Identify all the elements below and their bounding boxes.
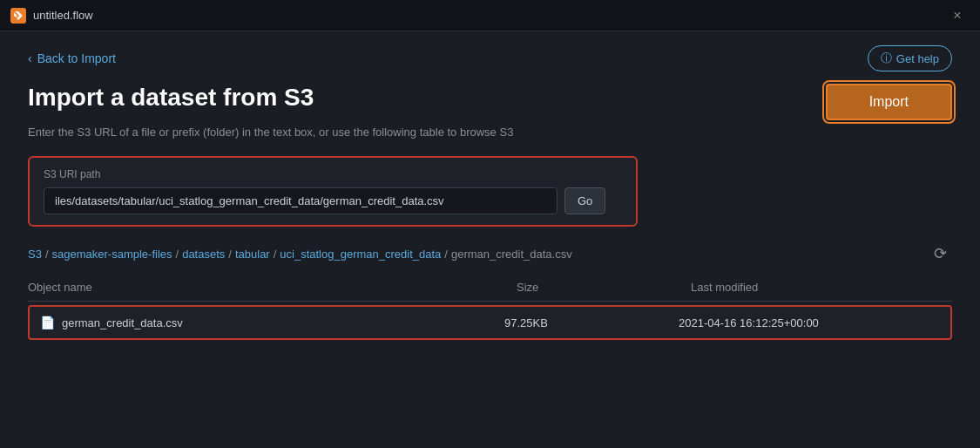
table-header: Object name Size Last modified bbox=[28, 274, 952, 302]
chevron-left-icon: ‹ bbox=[28, 51, 32, 65]
col-header-size: Size bbox=[517, 281, 691, 294]
breadcrumb-item-file: german_credit_data.csv bbox=[451, 248, 572, 261]
help-icon: ⓘ bbox=[881, 51, 892, 66]
breadcrumb-item-sagemaker[interactable]: sagemaker-sample-files bbox=[52, 248, 172, 261]
go-button[interactable]: Go bbox=[564, 187, 605, 214]
s3-uri-input[interactable] bbox=[44, 187, 558, 214]
heading-row: Import a dataset from S3 Import bbox=[28, 84, 952, 120]
breadcrumb-item-datasets[interactable]: datasets bbox=[182, 248, 225, 261]
import-button[interactable]: Import bbox=[826, 84, 952, 120]
file-table: Object name Size Last modified 📄 german_… bbox=[28, 274, 952, 340]
breadcrumb-item-tabular[interactable]: tabular bbox=[235, 248, 270, 261]
s3-uri-section: S3 URI path Go bbox=[28, 156, 638, 227]
uri-input-row: Go bbox=[44, 187, 622, 214]
window-title: untitled.flow bbox=[33, 9, 93, 22]
get-help-label: Get help bbox=[896, 52, 939, 65]
breadcrumb-item-s3[interactable]: S3 bbox=[28, 248, 42, 261]
col-header-name: Object name bbox=[28, 281, 517, 294]
page-subtitle: Enter the S3 URL of a file or prefix (fo… bbox=[28, 126, 952, 139]
breadcrumb-item-uci[interactable]: uci_statlog_german_credit_data bbox=[280, 248, 441, 261]
top-row: ‹ Back to Import ⓘ Get help bbox=[28, 45, 952, 71]
titlebar: untitled.flow × bbox=[0, 0, 980, 31]
main-content: ‹ Back to Import ⓘ Get help Import a dat… bbox=[0, 31, 980, 357]
titlebar-left: untitled.flow bbox=[10, 8, 93, 24]
get-help-button[interactable]: ⓘ Get help bbox=[868, 45, 952, 71]
app-logo bbox=[10, 8, 26, 24]
file-size: 97.25KB bbox=[504, 316, 679, 329]
table-row[interactable]: 📄 german_credit_data.csv 97.25KB 2021-04… bbox=[28, 305, 952, 340]
file-name: german_credit_data.csv bbox=[62, 316, 183, 329]
uri-label: S3 URI path bbox=[44, 168, 622, 180]
back-to-import-link[interactable]: ‹ Back to Import bbox=[28, 51, 116, 65]
refresh-button[interactable]: ⟳ bbox=[929, 242, 952, 265]
col-header-modified: Last modified bbox=[691, 281, 952, 294]
breadcrumb-row: S3 / sagemaker-sample-files / datasets /… bbox=[28, 242, 952, 265]
file-modified: 2021-04-16 16:12:25+00:00 bbox=[679, 316, 940, 329]
close-button[interactable]: × bbox=[945, 7, 970, 24]
file-cell: 📄 german_credit_data.csv bbox=[40, 316, 504, 329]
breadcrumb: S3 / sagemaker-sample-files / datasets /… bbox=[28, 248, 572, 261]
back-label: Back to Import bbox=[37, 51, 116, 65]
page-title: Import a dataset from S3 bbox=[28, 84, 314, 112]
file-icon: 📄 bbox=[40, 316, 55, 329]
